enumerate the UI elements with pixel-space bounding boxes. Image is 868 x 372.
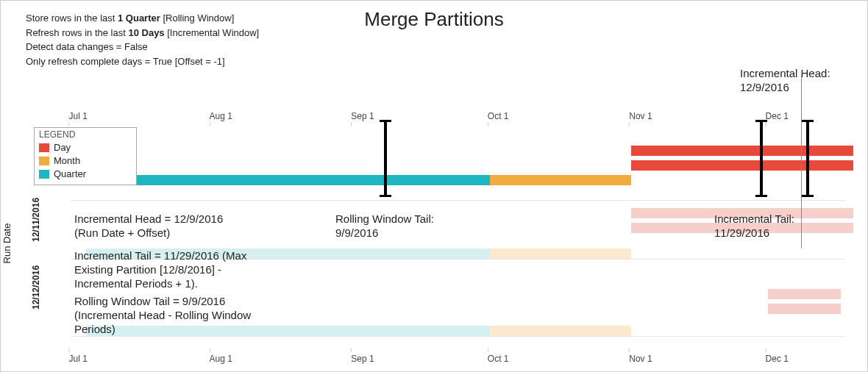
settings-block: Store rows in the last 1 Quarter [Rollin… xyxy=(26,11,259,68)
legend-item-quarter: Quarter xyxy=(39,168,132,181)
block-run2-month xyxy=(490,326,632,336)
run-date-2: 12/12/2016 xyxy=(31,265,41,310)
run-date-1: 12/11/2016 xyxy=(31,198,41,242)
block-run1-month xyxy=(490,248,632,259)
ann-roll-tail-short: Rolling Window Tail: 9/9/2016 xyxy=(335,212,434,240)
ann-roll-tail: Rolling Window Tail = 9/9/2016 (Incremen… xyxy=(74,295,295,336)
marker-rolling-tail xyxy=(384,120,387,197)
block-month xyxy=(490,175,632,185)
legend-title: LEGEND xyxy=(39,129,132,140)
ann-inc-head: Incremental Head = 12/9/2016 (Run Date +… xyxy=(74,212,295,240)
ann-inc-head-top: Incremental Head: 12/9/2016 xyxy=(740,67,830,95)
ann-inc-tail-short: Incremental Tail: 11/29/2016 xyxy=(714,212,794,240)
ann-inc-tail: Incremental Tail = 11/29/2016 (Max Exist… xyxy=(74,249,295,290)
y-axis-label: Run Date xyxy=(1,223,13,264)
quarter-swatch-icon xyxy=(39,170,49,179)
day-swatch-icon xyxy=(39,143,49,152)
x-axis-bottom: Jul 1 Aug 1 Sep 1 Oct 1 Nov 1 Dec 1 xyxy=(71,354,845,368)
legend-item-month: Month xyxy=(39,154,132,168)
month-swatch-icon xyxy=(39,157,49,165)
marker-incremental-head xyxy=(806,120,809,197)
guide-incremental-head xyxy=(801,76,802,248)
x-axis-top: Jul 1 Aug 1 Sep 1 Oct 1 Nov 1 Dec 1 xyxy=(71,111,845,126)
block-quarter xyxy=(82,175,490,185)
legend-item-day: Day xyxy=(39,141,132,154)
legend: LEGEND Day Month Quarter xyxy=(34,127,137,185)
marker-incremental-tail xyxy=(760,120,763,197)
